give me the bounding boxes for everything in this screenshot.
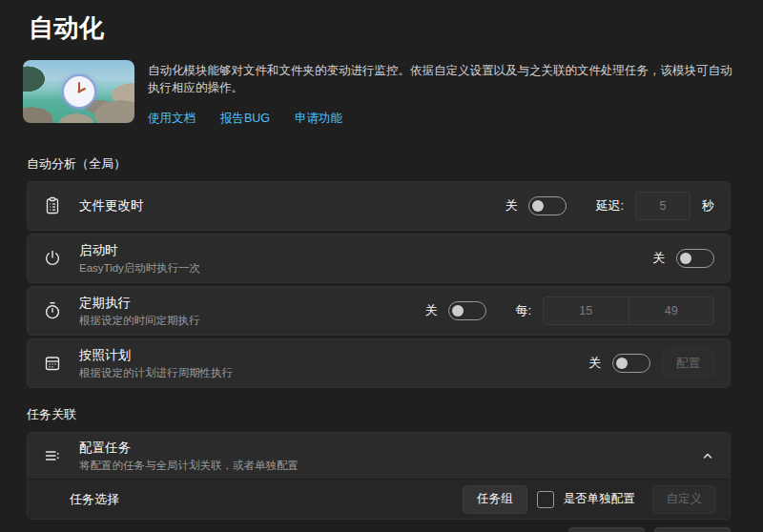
- card-subtitle: 根据设定的计划进行周期性执行: [79, 366, 588, 380]
- card-file-change: 文件更改时 关 延迟: 秒: [27, 181, 731, 231]
- expander-header[interactable]: 配置任务 将配置的任务与全局计划关联，或者单独配置: [28, 433, 730, 479]
- file-change-toggle[interactable]: [528, 196, 567, 215]
- task-group-button[interactable]: 任务组: [463, 485, 527, 514]
- automation-hero-image: [23, 60, 134, 123]
- toggle-knob: [452, 305, 464, 317]
- on-schedule-toggle[interactable]: [612, 354, 650, 373]
- interval-time-inputs: [543, 297, 714, 325]
- interval-second-input[interactable]: [629, 297, 714, 324]
- clipboard-list-icon: [43, 196, 62, 215]
- report-bug-link[interactable]: 报告BUG: [220, 111, 270, 127]
- chevron-up-icon[interactable]: [701, 449, 714, 462]
- toggle-state-label: 关: [588, 355, 601, 372]
- delay-label: 延迟:: [595, 197, 624, 215]
- custom-button[interactable]: 自定义: [652, 485, 717, 514]
- configure-tasks-expander: 配置任务 将配置的任务与全局计划关联，或者单独配置 任务选择 任务组 是否单独配…: [27, 432, 731, 520]
- card-subtitle: 根据设定的时间定期执行: [79, 314, 424, 328]
- interval-minute-input[interactable]: [544, 297, 629, 324]
- task-selection-row: 任务选择 任务组 是否单独配置 自定义: [28, 479, 730, 519]
- power-icon: [43, 249, 62, 268]
- card-title: 按照计划: [79, 347, 588, 364]
- standalone-config-checkbox[interactable]: [537, 491, 554, 508]
- card-title: 启动时: [79, 242, 652, 259]
- automation-settings-page: 自动化 自动化模块能够对文件和文件夹的变动进行监控。依据自定义设置以及与之关联的…: [0, 0, 763, 532]
- card-subtitle: EasyTidy启动时执行一次: [79, 261, 652, 276]
- section-auto-analysis: 自动分析（全局）: [27, 155, 763, 173]
- delay-input[interactable]: [635, 192, 691, 220]
- page-title: 自动化: [29, 11, 763, 45]
- docs-link[interactable]: 使用文档: [148, 111, 196, 127]
- standalone-config-label: 是否单独配置: [564, 491, 635, 507]
- card-periodic: 定期执行 根据设定的时间定期执行 关 每:: [27, 286, 731, 336]
- card-on-schedule: 按照计划 根据设定的计划进行周期性执行 关 配置: [27, 338, 731, 388]
- card-title: 定期执行: [79, 295, 424, 312]
- delay-unit-label: 秒: [702, 197, 714, 215]
- on-startup-toggle[interactable]: [676, 249, 714, 268]
- card-title: 文件更改时: [79, 197, 505, 215]
- schedule-config-button[interactable]: 配置: [662, 349, 714, 378]
- card-on-startup: 启动时 EasyTidy启动时执行一次 关: [27, 234, 731, 283]
- timer-icon: [43, 301, 62, 320]
- every-label: 每:: [515, 302, 531, 319]
- feature-request-link[interactable]: 申请功能: [295, 111, 342, 127]
- module-header: 自动化模块能够对文件和文件夹的变动进行监控。依据自定义设置以及与之关联的文件处理…: [23, 60, 734, 127]
- toggle-knob: [616, 358, 628, 369]
- expander-subtitle: 将配置的任务与全局计划关联，或者单独配置: [79, 459, 701, 473]
- clock-icon: [62, 74, 96, 109]
- section-task-relation: 任务关联: [27, 406, 763, 423]
- toggle-knob: [532, 200, 544, 212]
- toggle-knob: [680, 253, 691, 264]
- task-list-icon: [43, 446, 62, 465]
- module-links: 使用文档 报告BUG 申请功能: [148, 111, 734, 127]
- undo-config-button[interactable]: 撤销配置: [568, 527, 645, 532]
- footer-actions: 撤销配置 保存配置: [0, 527, 731, 532]
- module-description: 自动化模块能够对文件和文件夹的变动进行监控。依据自定义设置以及与之关联的文件处理…: [148, 62, 734, 96]
- periodic-toggle[interactable]: [448, 301, 486, 320]
- toggle-state-label: 关: [424, 302, 437, 319]
- save-config-button[interactable]: 保存配置: [654, 527, 731, 532]
- expander-title: 配置任务: [79, 440, 701, 457]
- calendar-icon: [43, 354, 62, 373]
- toggle-state-label: 关: [505, 197, 517, 215]
- task-selection-label: 任务选择: [70, 491, 119, 508]
- toggle-state-label: 关: [652, 250, 665, 267]
